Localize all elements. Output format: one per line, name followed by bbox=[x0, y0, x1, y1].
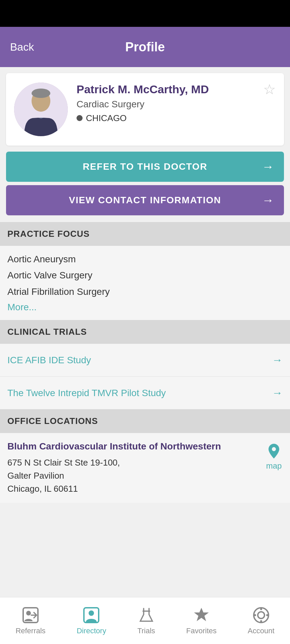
nav-label-directory: Directory bbox=[77, 627, 106, 635]
doctor-name: Patrick M. McCarthy, MD bbox=[77, 83, 276, 96]
svg-point-11 bbox=[260, 608, 262, 610]
location-dot-icon bbox=[77, 115, 83, 121]
map-label: map bbox=[266, 461, 282, 471]
office-item: Bluhm Cardiovascular Institute of Northw… bbox=[7, 440, 283, 495]
bottom-nav: Referrals Directory Trials Favorites bbox=[0, 597, 290, 644]
nav-item-directory[interactable]: Directory bbox=[70, 603, 113, 639]
contact-arrow-icon: → bbox=[262, 193, 275, 207]
svg-marker-8 bbox=[194, 608, 209, 621]
office-name: Bluhm Cardiovascular Institute of Northw… bbox=[7, 440, 221, 452]
practice-item: Aortic Valve Surgery bbox=[7, 269, 283, 281]
office-locations-header: OFFICE LOCATIONS bbox=[0, 409, 290, 433]
svg-point-12 bbox=[260, 620, 262, 622]
office-address: 675 N St Clair St Ste 19-100,Galter Pavi… bbox=[7, 456, 221, 495]
nav-item-trials[interactable]: Trials bbox=[131, 603, 162, 639]
svg-point-10 bbox=[258, 612, 264, 619]
trial-arrow-icon: → bbox=[272, 354, 283, 366]
nav-label-account: Account bbox=[248, 627, 275, 635]
nav-label-referrals: Referrals bbox=[15, 627, 45, 635]
page-title: Profile bbox=[125, 40, 165, 54]
nav-item-referrals[interactable]: Referrals bbox=[9, 603, 52, 639]
contact-button[interactable]: VIEW CONTACT INFORMATION → bbox=[6, 185, 284, 215]
more-link[interactable]: More... bbox=[7, 302, 283, 313]
trial-item[interactable]: ICE AFIB IDE Study → bbox=[0, 344, 290, 377]
status-bar bbox=[0, 0, 290, 27]
nav-label-favorites: Favorites bbox=[186, 627, 216, 635]
practice-focus-list: Aortic Aneurysm Aortic Valve Surgery Atr… bbox=[0, 246, 290, 320]
svg-point-2 bbox=[32, 89, 50, 98]
header: Back Profile bbox=[0, 27, 290, 67]
doctor-specialty: Cardiac Surgery bbox=[77, 99, 276, 110]
trial-name: ICE AFIB IDE Study bbox=[7, 355, 267, 366]
office-details: Bluhm Cardiovascular Institute of Northw… bbox=[7, 440, 221, 495]
practice-item: Atrial Fibrillation Surgery bbox=[7, 286, 283, 298]
avatar bbox=[14, 83, 68, 136]
clinical-trials-header: CLINICAL TRIALS bbox=[0, 320, 290, 344]
practice-focus-header: PRACTICE FOCUS bbox=[0, 222, 290, 246]
practice-item: Aortic Aneurysm bbox=[7, 253, 283, 265]
trial-item[interactable]: The Twelve Intrepid TMVR Pilot Study → bbox=[0, 377, 290, 409]
svg-point-6 bbox=[89, 610, 94, 616]
doctor-card: Patrick M. McCarthy, MD Cardiac Surgery … bbox=[6, 73, 284, 146]
office-list: Bluhm Cardiovascular Institute of Northw… bbox=[0, 433, 290, 502]
nav-item-account[interactable]: Account bbox=[241, 603, 281, 639]
nav-label-trials: Trials bbox=[137, 627, 155, 635]
nav-item-favorites[interactable]: Favorites bbox=[180, 603, 223, 639]
doctor-location: CHICAGO bbox=[77, 113, 276, 123]
svg-point-13 bbox=[254, 614, 256, 616]
trial-name: The Twelve Intrepid TMVR Pilot Study bbox=[7, 388, 267, 398]
svg-point-4 bbox=[26, 611, 31, 615]
trial-arrow-icon: → bbox=[272, 387, 283, 399]
trials-list: ICE AFIB IDE Study → The Twelve Intrepid… bbox=[0, 344, 290, 409]
svg-point-14 bbox=[266, 614, 268, 616]
doctor-info: Patrick M. McCarthy, MD Cardiac Surgery … bbox=[77, 83, 276, 123]
favorite-button[interactable]: ☆ bbox=[263, 81, 276, 98]
refer-arrow-icon: → bbox=[262, 160, 275, 174]
back-button[interactable]: Back bbox=[10, 41, 34, 53]
map-button[interactable]: map bbox=[265, 442, 283, 471]
refer-button[interactable]: REFER TO THIS DOCTOR → bbox=[6, 152, 284, 182]
